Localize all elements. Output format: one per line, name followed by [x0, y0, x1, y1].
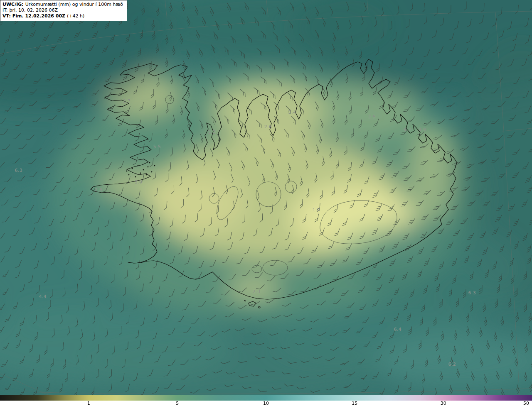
- init-time: þri. 10. 02. 2026 06Z: [9, 7, 58, 13]
- precip-field: [0, 0, 532, 395]
- colorbar-tick-label: 10: [263, 401, 269, 406]
- forecast-info-box: UWC/IG:Úrkomumætti (mm) og vindur í 100m…: [0, 0, 127, 21]
- colorbar: 1510153050: [0, 395, 532, 406]
- colorbar-tick-label: 5: [176, 401, 179, 406]
- forecast-title-line: UWC/IG:Úrkomumætti (mm) og vindur í 100m…: [2, 2, 123, 7]
- colorbar-tick-label: 15: [352, 401, 357, 406]
- init-time-line: IT:þri. 10. 02. 2026 06Z: [2, 7, 123, 13]
- colorbar-tick-label: 1: [87, 401, 90, 406]
- colorbar-tick-label: 50: [523, 401, 529, 406]
- colorbar-gradient: [0, 395, 532, 401]
- valid-offset: (+42 h): [67, 13, 84, 19]
- map-area: 2.75.42.62.54.24.95.35.56.33.02.81.02.04…: [0, 0, 532, 395]
- forecast-title: Úrkomumætti (mm) og vindur í 100m hæð: [25, 2, 123, 7]
- colorbar-tick-label: 30: [441, 401, 446, 406]
- map-svg: [0, 0, 532, 395]
- colorbar-labels: 1510153050: [0, 401, 532, 406]
- valid-time-line: VT: Fim. 12.02.2026 00Z(+42 h): [2, 13, 123, 19]
- init-label: IT:: [2, 7, 7, 13]
- model-label: UWC/IG:: [2, 2, 24, 7]
- weather-map-frame: 2.75.42.62.54.24.95.35.56.33.02.81.02.04…: [0, 0, 532, 406]
- valid-time: VT: Fim. 12.02.2026 00Z: [2, 13, 65, 19]
